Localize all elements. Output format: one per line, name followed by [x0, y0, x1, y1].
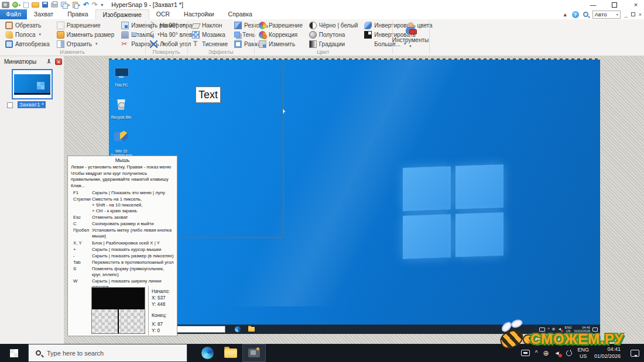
emboss-button[interactable]: Тиснение: [190, 39, 229, 49]
autocrop-icon: [5, 40, 13, 48]
halftone-icon: [309, 31, 317, 39]
group-label-edit: Изменить: [0, 49, 145, 55]
taskbar-clock[interactable]: 04:4101/02/2026: [594, 346, 621, 360]
zoom-level-select[interactable]: Авто▾: [592, 11, 621, 19]
panel-close-button[interactable]: ✕: [55, 58, 62, 65]
skew-icon: [191, 23, 201, 29]
stripe-button[interactable]: Полоса: [4, 30, 52, 39]
invert-colors-icon: [364, 22, 372, 29]
network-globe-icon[interactable]: ⊕: [543, 350, 549, 357]
tools-button[interactable]: Инструменты ▾: [393, 21, 427, 54]
overlay-key-list: F1Скрыть | Показать это меню | лупу Стре…: [71, 190, 174, 291]
collapse-ribbon-icon[interactable]: ▲: [563, 12, 568, 18]
child-minimize-button[interactable]: _: [625, 12, 628, 18]
close-button[interactable]: ×: [631, 1, 640, 9]
crop-icon: [5, 22, 13, 29]
language-indicator[interactable]: ENG US: [577, 347, 589, 360]
maximize-button[interactable]: [612, 2, 617, 8]
quick-access-toolbar: ▾ ▾ ▾ ↶ ↷ ▾: [2, 1, 103, 9]
window-controls: — ×: [588, 0, 640, 9]
tab-capture[interactable]: Захват: [27, 9, 60, 19]
new-file-button[interactable]: [23, 1, 29, 9]
mosaic-icon: [192, 31, 200, 39]
open-file-button[interactable]: [32, 1, 39, 9]
start-button[interactable]: [0, 344, 28, 362]
mdi-child-controls: _ ×: [625, 12, 642, 18]
zoom-tool-icon[interactable]: [583, 12, 588, 17]
color-correction-button[interactable]: Коррекция: [257, 30, 304, 39]
watermark-text: СМОЖЕМ.РУ: [530, 331, 624, 347]
resolution-icon: [57, 22, 64, 29]
black-white-button[interactable]: Чёрно | белый: [307, 20, 359, 30]
rotate-left-icon: [150, 31, 157, 39]
tab-help[interactable]: Справка: [221, 9, 259, 19]
child-restore-button[interactable]: [631, 12, 635, 16]
edge-icon: [201, 347, 214, 359]
help-icon[interactable]: ?: [572, 11, 579, 18]
paste-button[interactable]: ▾: [73, 1, 80, 9]
action-center-icon[interactable]: [631, 350, 639, 357]
volume-muted-icon[interactable]: [554, 350, 561, 357]
minimize-button[interactable]: —: [588, 1, 598, 9]
gradation-button[interactable]: Градации: [307, 39, 359, 49]
mosaic-button[interactable]: Мозаика: [190, 30, 229, 39]
thumbnail-item[interactable]: [12, 69, 53, 99]
menu-tab-row: Файл Захват Правка Изображение OCR Настр…: [0, 9, 644, 19]
overlay-hint-line: Чтобы квадрат или круг получились правил…: [71, 171, 174, 182]
tab-image[interactable]: Изображение: [95, 9, 149, 19]
thumbnail-label[interactable]: Захват1 *: [18, 101, 46, 108]
tab-file[interactable]: Файл: [0, 9, 27, 19]
tab-edit[interactable]: Правка: [60, 9, 95, 19]
thumbnail-preview: [14, 71, 50, 97]
captured-folder-icon: [248, 327, 255, 332]
mirror-button[interactable]: Отразить: [55, 39, 116, 49]
search-placeholder: Type here to search: [47, 350, 104, 357]
stripe-icon: [5, 31, 13, 39]
pin-icon[interactable]: [46, 59, 52, 65]
ribbon-group-effects: Наклон Мозаика Тиснение Резкость Тень Ра…: [188, 19, 254, 56]
child-close-button[interactable]: ×: [639, 12, 642, 18]
taskbar-hypersnap-button[interactable]: [242, 344, 266, 362]
skew-button[interactable]: Наклон: [190, 20, 229, 30]
taskbar-explorer-button[interactable]: [219, 344, 242, 362]
frame-icon: [234, 40, 242, 48]
capture-help-overlay: Мышь Левая - установить метку, Правая - …: [67, 156, 177, 336]
resolution-button[interactable]: Разрешение: [55, 20, 116, 30]
save-button[interactable]: [42, 1, 48, 9]
ribbon: Обрезать Полоса Автообрезка Разрешение И…: [0, 19, 644, 56]
taskbar-edge-button[interactable]: [196, 344, 219, 362]
tabrow-right-controls: ▲ ? Авто▾ _ ×: [563, 10, 642, 19]
copy-button[interactable]: ▾: [61, 1, 70, 9]
windows-flag-icon: [10, 349, 18, 357]
resize-canvas-button[interactable]: Изменить размер: [55, 30, 116, 39]
overlay-divider: [148, 286, 149, 335]
crop-button[interactable]: Обрезать: [4, 20, 52, 30]
gradation-icon: [309, 40, 317, 48]
color-edit-button[interactable]: Изменить: [257, 39, 304, 49]
tray-people-icon[interactable]: [566, 350, 572, 356]
tab-ocr[interactable]: OCR: [149, 9, 177, 19]
selection-coordinates: Начало: X: 537 Y: 448 Конец: X: 87 Y: 0: [152, 288, 170, 334]
editor-canvas[interactable]: This PC Recycle Bin Win 10 Tweaker.exe T…: [64, 56, 644, 344]
undo-button[interactable]: ↶: [83, 1, 89, 9]
color-resolution-button[interactable]: Разрешение: [257, 20, 304, 30]
end-y: Y: 0: [152, 327, 170, 334]
mini-windows-logo: [37, 82, 44, 89]
print-button[interactable]: [51, 1, 58, 9]
clock-date: 01/02/2026: [594, 353, 621, 359]
captured-image[interactable]: This PC Recycle Bin Win 10 Tweaker.exe T…: [109, 58, 600, 334]
tab-settings[interactable]: Настройки: [177, 9, 221, 19]
thumbnails-panel: Миниатюры ✕ Захват1 *: [0, 56, 64, 344]
color-wheel-icon: [259, 22, 266, 29]
quick-capture-button[interactable]: ▾: [12, 1, 20, 9]
autocrop-button[interactable]: Автообрезка: [4, 39, 52, 49]
halftone-button[interactable]: Полутона: [307, 30, 359, 39]
selection-marquee-top: [109, 58, 600, 60]
start-x: X: 537: [152, 295, 170, 301]
thumbnail-checkbox[interactable]: [7, 102, 13, 108]
emboss-icon: [192, 40, 200, 48]
taskbar-search[interactable]: Type here to search: [28, 344, 187, 362]
qat-options-button[interactable]: ▾: [101, 1, 103, 9]
redo-button[interactable]: ↷: [92, 1, 98, 9]
mirror-icon: [57, 40, 64, 48]
